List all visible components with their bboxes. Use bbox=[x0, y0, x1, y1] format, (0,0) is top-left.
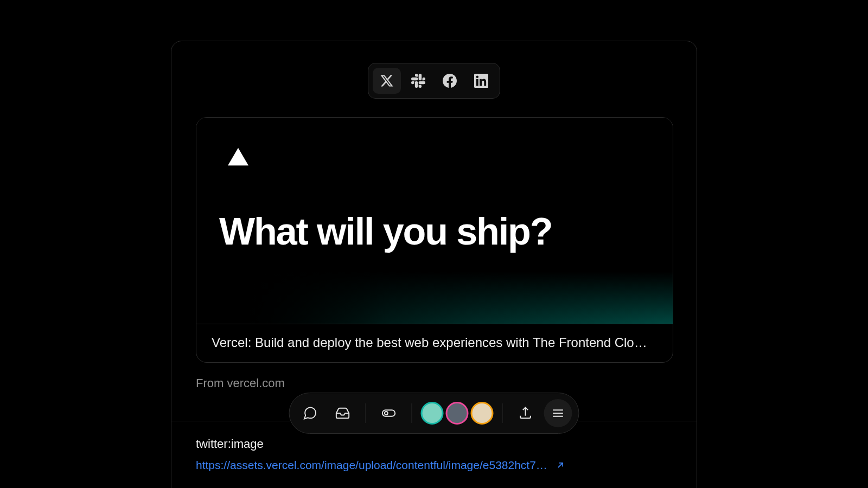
social-preview-switcher bbox=[368, 63, 500, 99]
share-button[interactable] bbox=[512, 399, 540, 427]
tab-linkedin[interactable] bbox=[467, 68, 495, 94]
menu-button[interactable] bbox=[544, 399, 572, 427]
avatar[interactable] bbox=[471, 402, 494, 425]
floating-toolbar bbox=[289, 393, 579, 434]
external-link-icon bbox=[555, 460, 566, 471]
tab-facebook[interactable] bbox=[436, 68, 464, 94]
collaborator-avatars[interactable] bbox=[421, 402, 494, 425]
avatar[interactable] bbox=[421, 402, 444, 425]
vercel-logo-icon bbox=[228, 147, 248, 166]
visibility-toggle[interactable] bbox=[375, 399, 403, 427]
meta-property-url: https://assets.vercel.com/image/upload/c… bbox=[196, 459, 547, 472]
toolbar-separator bbox=[412, 403, 412, 423]
avatar[interactable] bbox=[446, 402, 469, 425]
toolbar-separator bbox=[502, 403, 503, 423]
og-preview-card: What will you ship? Vercel: Build and de… bbox=[196, 117, 673, 363]
svg-point-1 bbox=[385, 412, 388, 415]
toolbar-separator bbox=[366, 403, 366, 423]
og-title: Vercel: Build and deploy the best web ex… bbox=[196, 324, 673, 362]
tab-slack[interactable] bbox=[404, 68, 432, 94]
meta-property-name: twitter:image bbox=[196, 437, 264, 451]
meta-property-link[interactable]: https://assets.vercel.com/image/upload/c… bbox=[196, 459, 673, 472]
og-image-headline: What will you ship? bbox=[219, 210, 552, 253]
og-image-preview: What will you ship? bbox=[196, 118, 673, 324]
source-line: From vercel.com bbox=[196, 376, 285, 390]
inbox-button[interactable] bbox=[329, 399, 357, 427]
source-domain: vercel.com bbox=[227, 376, 284, 390]
comment-button[interactable] bbox=[296, 399, 324, 427]
tab-x[interactable] bbox=[373, 68, 401, 94]
